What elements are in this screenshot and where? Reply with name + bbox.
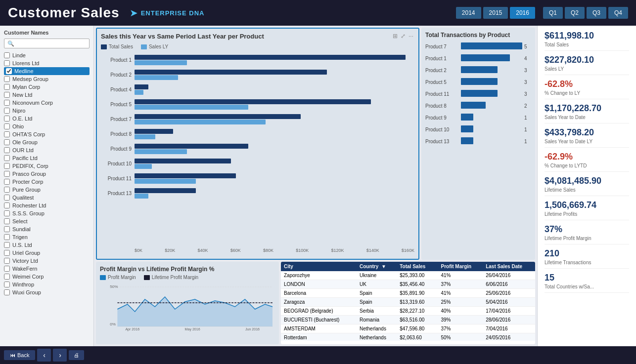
- customer-item[interactable]: Mylan Corp: [4, 83, 90, 91]
- q4-btn[interactable]: Q4: [608, 7, 628, 19]
- customer-item[interactable]: WakeFern: [4, 265, 90, 273]
- customer-item[interactable]: Sundial: [4, 225, 90, 233]
- customer-item[interactable]: Winthrop: [4, 281, 90, 288]
- customer-item[interactable]: New Ltd: [4, 91, 90, 99]
- customer-checkbox[interactable]: [4, 258, 10, 264]
- customer-checkbox[interactable]: [4, 187, 10, 193]
- customer-checkbox[interactable]: [4, 179, 10, 185]
- transactions-panel: Total Transactions by Product Product 75…: [421, 28, 535, 260]
- customer-checkbox[interactable]: [4, 266, 10, 272]
- year-2016-btn[interactable]: 2016: [510, 7, 535, 19]
- table-cell-country: Spain: [357, 298, 397, 307]
- customer-item[interactable]: Niconovum Corp: [4, 99, 90, 107]
- prev-arrow[interactable]: ‹: [37, 349, 51, 362]
- customer-item[interactable]: S.S.S. Group: [4, 209, 90, 217]
- customer-checkbox[interactable]: [4, 116, 10, 121]
- customer-search[interactable]: [4, 39, 90, 48]
- customer-checkbox[interactable]: [4, 163, 10, 169]
- customer-checkbox[interactable]: [4, 218, 10, 224]
- customer-item[interactable]: Ole Group: [4, 138, 90, 146]
- customer-item[interactable]: Linde: [4, 51, 90, 59]
- kpi-sales-ytd-ly-label: Sales Year to Date LY: [545, 139, 629, 148]
- customer-checkbox[interactable]: [4, 250, 10, 256]
- customer-item[interactable]: Weimei Corp: [4, 273, 90, 281]
- print-button[interactable]: 🖨: [69, 350, 84, 360]
- kpi-change-lytd-value: -62.9%: [545, 152, 629, 162]
- col-city[interactable]: City: [281, 262, 357, 271]
- customer-item[interactable]: OHTA'S Corp: [4, 130, 90, 138]
- q1-btn[interactable]: Q1: [543, 7, 563, 19]
- customer-checkbox[interactable]: [4, 282, 10, 287]
- kpi-total-countries-label: Total Countries w/Sa...: [545, 284, 629, 293]
- table-row: RotterdamNetherlands$2,063.6050%24/05/20…: [281, 333, 535, 341]
- customer-item[interactable]: Medsep Group: [4, 75, 90, 83]
- back-button[interactable]: ⏮ Back: [4, 350, 35, 360]
- kpi-lifetime-sales-label: Lifetime Sales: [545, 187, 629, 196]
- customer-name: Procter Corp: [12, 179, 43, 185]
- customer-checkbox[interactable]: [4, 274, 10, 280]
- transaction-bar: [461, 78, 498, 85]
- customer-item[interactable]: Uriel Group: [4, 249, 90, 257]
- customer-checkbox[interactable]: [4, 210, 10, 216]
- customer-checkbox[interactable]: [4, 195, 10, 201]
- customer-item[interactable]: Trigen: [4, 233, 90, 241]
- customer-item[interactable]: Select: [4, 217, 90, 225]
- q3-btn[interactable]: Q3: [587, 7, 606, 19]
- bar-group: [135, 55, 414, 65]
- customer-item[interactable]: Victory Ltd: [4, 257, 90, 265]
- more-icon[interactable]: ···: [409, 33, 413, 40]
- bar-ly: [135, 149, 187, 154]
- year-2015-btn[interactable]: 2015: [483, 7, 508, 19]
- customer-checkbox[interactable]: [4, 171, 10, 177]
- app-title: Customer Sales: [8, 5, 120, 21]
- q2-btn[interactable]: Q2: [565, 7, 585, 19]
- col-country[interactable]: Country ▼: [357, 262, 397, 271]
- customer-item[interactable]: Medline: [4, 67, 90, 75]
- customer-checkbox[interactable]: [4, 76, 10, 82]
- customer-checkbox[interactable]: [4, 234, 10, 240]
- customer-item[interactable]: O.E. Ltd: [4, 115, 90, 122]
- customer-checkbox[interactable]: [4, 131, 10, 137]
- sidebar: Customer Names LindeLlorens LtdMedlineMe…: [0, 26, 94, 346]
- customer-name: Wuxi Group: [12, 289, 41, 295]
- customer-checkbox[interactable]: [4, 60, 10, 66]
- customer-item[interactable]: Rochester Ltd: [4, 202, 90, 209]
- customer-item[interactable]: Pure Group: [4, 186, 90, 194]
- customer-checkbox[interactable]: [4, 84, 10, 90]
- year-2014-btn[interactable]: 2014: [456, 7, 481, 19]
- customer-checkbox[interactable]: [4, 289, 10, 295]
- customer-checkbox[interactable]: [4, 52, 10, 58]
- customer-checkbox[interactable]: [4, 147, 10, 153]
- customer-checkbox[interactable]: [4, 92, 10, 98]
- customer-checkbox[interactable]: [4, 108, 10, 114]
- customer-checkbox[interactable]: [4, 202, 10, 208]
- table-scroll[interactable]: City Country ▼ Total Sales Profit Margin…: [281, 262, 535, 341]
- customer-checkbox[interactable]: [4, 155, 10, 161]
- customer-checkbox[interactable]: [4, 226, 10, 232]
- kpi-lifetime-profits-value: 1,506,669.74: [545, 200, 629, 210]
- col-total-sales[interactable]: Total Sales: [397, 262, 438, 271]
- customer-item[interactable]: Procter Corp: [4, 178, 90, 186]
- customer-checkbox[interactable]: [4, 123, 10, 129]
- next-arrow[interactable]: ›: [53, 349, 67, 362]
- customer-item[interactable]: Ohio: [4, 122, 90, 130]
- focus-icon[interactable]: ⊞: [393, 33, 398, 40]
- customer-item[interactable]: Wuxi Group: [4, 288, 90, 296]
- customer-checkbox[interactable]: [4, 139, 10, 145]
- bar-group: [135, 144, 414, 154]
- customer-item[interactable]: OUR Ltd: [4, 146, 90, 154]
- customer-item[interactable]: U.S. Ltd: [4, 241, 90, 249]
- col-profit-margin[interactable]: Profit Margin: [438, 262, 483, 271]
- customer-item[interactable]: Qualitest: [4, 194, 90, 202]
- customer-item[interactable]: Prasco Group: [4, 170, 90, 178]
- customer-item[interactable]: Pacific Ltd: [4, 154, 90, 162]
- expand-icon[interactable]: ⤢: [401, 33, 406, 40]
- customer-item[interactable]: PEDIFIX, Corp: [4, 162, 90, 170]
- customer-checkbox[interactable]: [6, 68, 12, 74]
- col-last-sales[interactable]: Last Sales Date: [483, 262, 535, 271]
- customer-item[interactable]: Nipro: [4, 107, 90, 115]
- table-cell-city: Zaporozhye: [281, 271, 357, 280]
- customer-checkbox[interactable]: [4, 242, 10, 248]
- customer-checkbox[interactable]: [4, 100, 10, 106]
- customer-item[interactable]: Llorens Ltd: [4, 59, 90, 67]
